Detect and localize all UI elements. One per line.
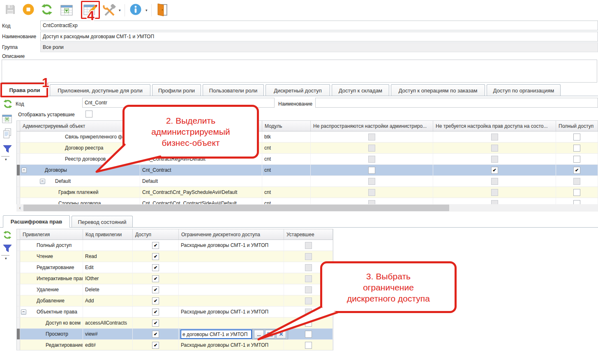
filter-dropdown-caret[interactable]: ▾: [5, 157, 7, 161]
table-row[interactable]: −Default Default: [17, 176, 598, 187]
checkbox[interactable]: [491, 134, 498, 141]
tab-order-operations-access[interactable]: Доступ к операциям по заказам: [391, 84, 485, 96]
tab-role-profiles[interactable]: Профили роли: [152, 84, 201, 96]
header-access[interactable]: Доступ: [133, 229, 179, 240]
tab-state-transition[interactable]: Перевод состояний: [72, 216, 133, 228]
checkbox[interactable]: [491, 145, 498, 152]
tab-rights-detail[interactable]: Расшифровка прав: [3, 215, 70, 228]
header-obsolete[interactable]: Устаревшее: [284, 229, 333, 240]
save-button[interactable]: [4, 3, 16, 16]
info-dropdown-caret[interactable]: ▾: [145, 8, 148, 12]
privilege-name: Редактирование: [22, 265, 74, 270]
filter-button[interactable]: [2, 145, 12, 154]
table-row[interactable]: График платежей Cnt_Contract\Cnt_PaySche…: [17, 187, 598, 198]
checkbox[interactable]: [368, 167, 375, 174]
restriction-input[interactable]: е договоры СМТ-1 и УМТОП: [180, 329, 252, 339]
header-full-access[interactable]: Полный доступ: [556, 121, 598, 131]
scroll-left-button[interactable]: ‹: [16, 204, 23, 212]
checkbox[interactable]: ✔: [491, 167, 498, 174]
tools-dropdown-caret[interactable]: ▾: [119, 8, 121, 12]
grid-refresh-button[interactable]: [2, 99, 13, 109]
show-obsolete-checkbox[interactable]: [85, 111, 92, 117]
exit-button[interactable]: [156, 3, 169, 17]
description-textarea[interactable]: [2, 60, 597, 83]
checkbox[interactable]: ✔: [152, 331, 159, 338]
checkbox[interactable]: ✔: [152, 286, 159, 293]
info-button[interactable]: [129, 3, 142, 16]
checkbox[interactable]: [491, 200, 498, 205]
checkbox[interactable]: [305, 297, 312, 304]
tab-discrete-access[interactable]: Дискретный доступ: [266, 84, 330, 96]
checkbox[interactable]: [305, 275, 312, 282]
header-no-admin[interactable]: Не распространяются настройки администри…: [311, 121, 433, 131]
checkbox[interactable]: [368, 178, 375, 185]
collapse-icon[interactable]: −: [40, 179, 45, 184]
grid-add-button[interactable]: [2, 114, 12, 124]
checkbox[interactable]: [491, 189, 498, 196]
table-row[interactable]: Полный доступ ✔ Расходные договоры СМТ-1…: [17, 240, 333, 251]
checkbox[interactable]: [305, 253, 312, 260]
checkbox[interactable]: ✔: [573, 167, 580, 174]
horizontal-scrollbar[interactable]: ‹: [16, 204, 598, 212]
copy-icon: [3, 128, 12, 138]
tab-role-users[interactable]: Пользователи роли: [203, 84, 264, 96]
checkbox[interactable]: ✔: [152, 309, 159, 316]
code-field[interactable]: CntContractExp: [40, 21, 598, 30]
checkbox[interactable]: ✔: [152, 320, 159, 327]
table-row[interactable]: Связь прикрепленного файла btk: [17, 131, 598, 143]
add-record-button[interactable]: [60, 5, 73, 16]
detail-filter-button[interactable]: [2, 244, 12, 253]
checkbox[interactable]: [368, 145, 375, 152]
tab-role-apps[interactable]: Приложения, доступные для роли: [50, 84, 150, 96]
checkbox[interactable]: [305, 242, 312, 249]
tools-button[interactable]: [102, 4, 117, 16]
collapse-icon[interactable]: −: [21, 168, 27, 173]
table-header: Привилегия Код привилегии Доступ Огранич…: [17, 229, 333, 240]
checkbox[interactable]: [305, 286, 312, 293]
checkbox[interactable]: ✔: [152, 297, 159, 304]
restriction-value: Расходные договоры СМТ-1 и УМТОП: [181, 242, 268, 248]
checkbox[interactable]: [573, 134, 580, 141]
table-row[interactable]: Интерактивные права IOther ✔: [17, 273, 333, 284]
checkbox[interactable]: [491, 156, 498, 163]
stop-button[interactable]: [22, 3, 35, 16]
tab-organization-access[interactable]: Доступ по организациям: [487, 84, 561, 96]
checkbox[interactable]: [573, 189, 580, 196]
table-row[interactable]: Удаление Delete ✔: [17, 284, 333, 295]
checkbox[interactable]: ✔: [152, 242, 159, 249]
checkbox[interactable]: [573, 178, 580, 185]
checkbox[interactable]: [368, 156, 375, 163]
checkbox[interactable]: [368, 134, 375, 141]
header-restriction[interactable]: Ограничение дискретного доступа: [179, 229, 284, 240]
table-row[interactable]: Стороны договора Cnt_Contract\Cnt_Contra…: [17, 198, 598, 204]
checkbox[interactable]: ✔: [152, 253, 159, 260]
copy-button[interactable]: [2, 127, 13, 139]
header-privilege-code[interactable]: Код привилегии: [83, 229, 133, 240]
scrollbar-thumb[interactable]: [23, 205, 449, 211]
checkbox[interactable]: [368, 189, 375, 196]
detail-filter-dropdown-caret[interactable]: ▾: [5, 256, 7, 260]
detail-refresh-button[interactable]: [2, 230, 12, 240]
refresh-button[interactable]: [40, 3, 53, 16]
checkbox[interactable]: [491, 178, 498, 185]
tab-baseline: [0, 96, 598, 96]
checkbox[interactable]: ✔: [152, 264, 159, 271]
checkbox[interactable]: [573, 200, 580, 205]
collapse-icon[interactable]: −: [21, 309, 26, 315]
checkbox[interactable]: ✔: [152, 342, 159, 349]
checkbox[interactable]: [368, 200, 375, 205]
table-row[interactable]: Редактирование Edit ✔: [17, 262, 333, 273]
header-no-state[interactable]: Не требуется настройка прав доступа на с…: [433, 121, 556, 131]
filter-name-input[interactable]: [315, 98, 598, 108]
privilege-code: Delete: [85, 287, 99, 293]
checkbox[interactable]: ✔: [152, 275, 159, 282]
group-field: Все роли: [40, 42, 598, 52]
checkbox[interactable]: [305, 264, 312, 271]
header-privilege[interactable]: Привилегия: [20, 229, 83, 240]
table-row[interactable]: Чтение Read ✔: [17, 251, 333, 262]
checkbox[interactable]: [573, 156, 580, 163]
header-module[interactable]: Модуль: [262, 121, 311, 131]
tab-warehouse-access[interactable]: Доступ к складам: [332, 84, 389, 96]
name-field[interactable]: Доступ к расходным договорам СМТ-1 и УМТ…: [40, 32, 598, 41]
checkbox[interactable]: [573, 145, 580, 152]
